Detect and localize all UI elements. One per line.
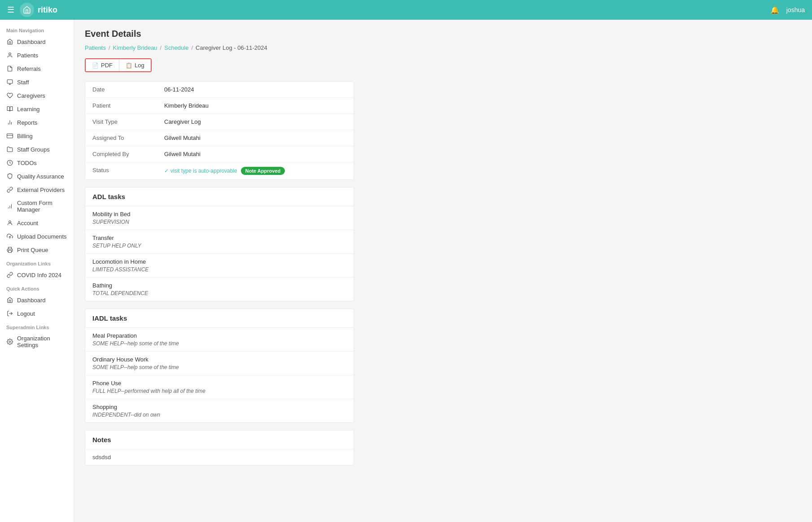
svg-point-17 bbox=[9, 341, 11, 343]
task-value: SOME HELP--help some of the time bbox=[92, 340, 346, 347]
sidebar-item-label: Upload Documents bbox=[17, 233, 67, 240]
breadcrumb-sep-3: / bbox=[191, 44, 193, 51]
task-value: SOME HELP--help some of the time bbox=[92, 364, 346, 370]
task-item-house-work: Ordinary House Work SOME HELP--help some… bbox=[85, 352, 354, 375]
task-name: Shopping bbox=[92, 404, 346, 410]
sidebar-item-staff-groups[interactable]: Staff Groups bbox=[0, 143, 74, 156]
folder-icon bbox=[6, 146, 13, 153]
auto-approvable-text: ✓ visit type is auto-approvable bbox=[164, 168, 237, 174]
breadcrumb-patient-name[interactable]: Kimberly Brideau bbox=[113, 44, 157, 51]
detail-row-status: Status ✓ visit type is auto-approvable N… bbox=[85, 162, 354, 179]
task-item-phone-use: Phone Use FULL HELP--performed with help… bbox=[85, 375, 354, 399]
date-label: Date bbox=[92, 86, 164, 93]
task-name: Transfer bbox=[92, 235, 346, 241]
svg-rect-15 bbox=[9, 250, 12, 252]
sidebar-item-caregivers[interactable]: Caregivers bbox=[0, 89, 74, 102]
link2-icon bbox=[6, 271, 13, 278]
superadmin-label: Superadmin Links bbox=[0, 320, 74, 332]
page-title: Event Details bbox=[85, 29, 801, 39]
file-icon bbox=[6, 65, 13, 72]
sidebar-item-label: Staff Groups bbox=[17, 146, 50, 153]
sidebar-item-external-providers[interactable]: External Providers bbox=[0, 183, 74, 196]
sidebar-item-label: Logout bbox=[17, 310, 35, 317]
sidebar-item-reports[interactable]: Reports bbox=[0, 116, 74, 129]
sidebar-item-qa-dashboard[interactable]: Dashboard bbox=[0, 293, 74, 307]
sidebar-item-patients[interactable]: Patients bbox=[0, 48, 74, 62]
top-header: ☰ ritiko 🔔 joshua bbox=[0, 0, 812, 20]
chart-icon bbox=[6, 119, 13, 126]
main-content: Event Details Patients / Kimberly Bridea… bbox=[74, 20, 812, 522]
breadcrumb-schedule[interactable]: Schedule bbox=[164, 44, 188, 51]
completed-by-value: Gilwell Mutahi bbox=[164, 151, 346, 157]
home-icon bbox=[6, 38, 13, 45]
date-value: 06-11-2024 bbox=[164, 86, 346, 93]
sidebar-item-org-settings[interactable]: Organization Settings bbox=[0, 332, 74, 352]
upload-icon bbox=[6, 233, 13, 240]
sidebar-item-referrals[interactable]: Referrals bbox=[0, 62, 74, 75]
task-item-bathing: Bathing TOTAL DEPENDENCE bbox=[85, 278, 354, 301]
assigned-to-label: Assigned To bbox=[92, 135, 164, 141]
task-name: Locomotion in Home bbox=[92, 258, 346, 265]
home2-icon bbox=[6, 296, 13, 304]
sidebar-item-learning[interactable]: Learning bbox=[0, 102, 74, 116]
sidebar-item-print-queue[interactable]: Print Queue bbox=[0, 243, 74, 257]
sidebar-item-quality-assurance[interactable]: Quality Assurance bbox=[0, 170, 74, 183]
logo-text: ritiko bbox=[38, 5, 57, 15]
task-value: INDEPENDENT--did on own bbox=[92, 412, 346, 418]
sidebar-item-custom-form-manager[interactable]: Custom Form Manager bbox=[0, 196, 74, 216]
visit-type-label: Visit Type bbox=[92, 118, 164, 125]
gear-icon bbox=[6, 338, 13, 345]
sidebar-item-staff[interactable]: Staff bbox=[0, 75, 74, 89]
svg-point-13 bbox=[9, 221, 11, 223]
breadcrumb: Patients / Kimberly Brideau / Schedule /… bbox=[85, 44, 801, 51]
sidebar-item-label: Caregivers bbox=[17, 92, 45, 99]
completed-by-label: Completed By bbox=[92, 151, 164, 157]
app-body: Main Navigation Dashboard Patients Refer… bbox=[0, 20, 812, 522]
task-value: SETUP HELP ONLY bbox=[92, 243, 346, 249]
detail-row-assigned-to: Assigned To Gilwell Mutahi bbox=[85, 130, 354, 146]
sidebar-item-account[interactable]: Account bbox=[0, 216, 74, 230]
hamburger-button[interactable]: ☰ bbox=[7, 5, 14, 15]
notes-header: Notes bbox=[85, 431, 354, 449]
iadl-section-header: IADL tasks bbox=[85, 309, 354, 327]
logo-area: ritiko bbox=[20, 3, 57, 17]
sidebar-item-label: Patients bbox=[17, 52, 38, 59]
todo-icon bbox=[6, 159, 13, 166]
visit-type-value: Caregiver Log bbox=[164, 118, 346, 125]
pdf-button[interactable]: 📄 PDF bbox=[86, 59, 119, 71]
task-value: FULL HELP--performed with help all of th… bbox=[92, 388, 346, 394]
breadcrumb-sep-1: / bbox=[109, 44, 110, 51]
breadcrumb-sep-2: / bbox=[160, 44, 162, 51]
task-item-mobility: Mobility in Bed SUPERVISION bbox=[85, 206, 354, 230]
notification-bell[interactable]: 🔔 bbox=[770, 6, 779, 14]
status-label: Status bbox=[92, 167, 164, 175]
task-item-locomotion: Locomotion in Home LIMITED ASSISTANCE bbox=[85, 254, 354, 278]
sidebar: Main Navigation Dashboard Patients Refer… bbox=[0, 20, 74, 522]
check-icon: ✓ bbox=[164, 168, 169, 174]
sidebar-item-billing[interactable]: Billing bbox=[0, 129, 74, 143]
sidebar-item-label: Billing bbox=[17, 133, 33, 139]
user-name: joshua bbox=[786, 6, 805, 13]
sidebar-item-upload-documents[interactable]: Upload Documents bbox=[0, 230, 74, 243]
task-value: TOTAL DEPENDENCE bbox=[92, 290, 346, 296]
detail-row-visit-type: Visit Type Caregiver Log bbox=[85, 114, 354, 130]
sidebar-item-dashboard[interactable]: Dashboard bbox=[0, 35, 74, 48]
sidebar-item-label: COVID Info 2024 bbox=[17, 272, 61, 278]
sidebar-item-label: Learning bbox=[17, 106, 40, 113]
breadcrumb-patients[interactable]: Patients bbox=[85, 44, 106, 51]
sidebar-item-covid-info[interactable]: COVID Info 2024 bbox=[0, 268, 74, 282]
status-value: ✓ visit type is auto-approvable Note App… bbox=[164, 167, 346, 175]
sidebar-item-label: Dashboard bbox=[17, 297, 46, 304]
svg-rect-1 bbox=[7, 80, 13, 83]
task-value: SUPERVISION bbox=[92, 219, 346, 225]
log-button[interactable]: 📋 Log bbox=[119, 59, 151, 71]
shield-icon bbox=[6, 173, 13, 180]
status-badge: Note Approved bbox=[241, 167, 285, 175]
sidebar-item-todos[interactable]: TODOs bbox=[0, 156, 74, 170]
logo-icon bbox=[20, 3, 34, 17]
sidebar-item-logout[interactable]: Logout bbox=[0, 307, 74, 320]
patient-label: Patient bbox=[92, 102, 164, 109]
sidebar-item-label: Print Queue bbox=[17, 247, 48, 253]
log-label: Log bbox=[135, 62, 144, 69]
user-icon bbox=[6, 52, 13, 59]
